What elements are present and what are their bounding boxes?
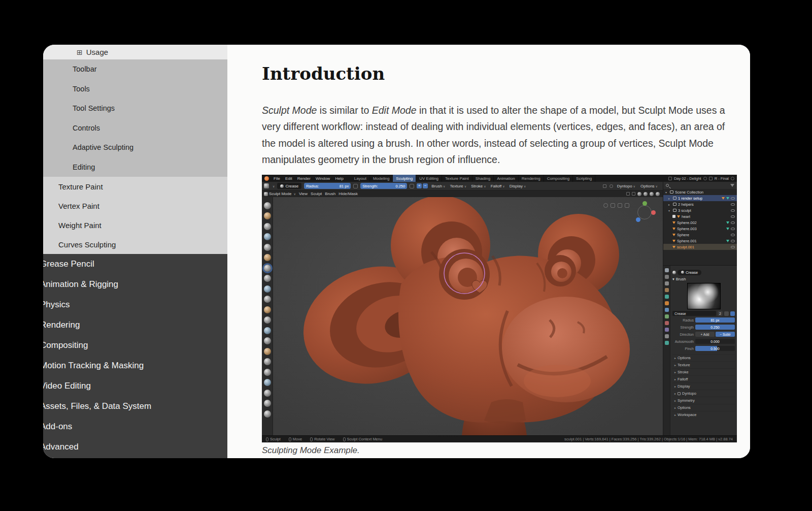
data-properties-icon: [665, 334, 669, 338]
sidebar-item-animation-rigging[interactable]: Animation & Rigging: [43, 274, 227, 295]
new-scene-icon: [703, 177, 707, 180]
rotate-brush-icon: [264, 390, 271, 397]
sidebar-item-curves-sculpting[interactable]: Curves Sculpting: [43, 235, 227, 254]
sidebar-item-toolbar[interactable]: Toolbar: [43, 59, 227, 79]
sidebar-item-video-editing[interactable]: Video Editing: [43, 376, 227, 396]
direction-add-button: + Add: [695, 332, 715, 337]
sidebar-item-rendering[interactable]: Rendering: [43, 315, 227, 335]
draw-brush-icon: [264, 202, 271, 209]
3d-viewport: [273, 197, 663, 435]
page-title: Introduction: [262, 63, 385, 84]
texture-dropdown: Texture∨: [449, 184, 468, 188]
tab-shading: Shading: [472, 175, 494, 182]
properties-content: Crease ▾ Brush Crease 2: [670, 266, 737, 435]
autosmooth-row: Autosmooth 0.000: [672, 338, 735, 345]
mesh-badge-icon: [722, 197, 725, 200]
expand-icon: ⊞: [77, 49, 83, 56]
outliner-panel: ▾ Scene Collection ▸ 1 render setup ▸ 2 …: [663, 182, 737, 265]
thumb-brush-icon: [264, 358, 271, 365]
tab-texture-paint: Texture Paint: [442, 175, 472, 182]
visibility-eye-icon: [731, 234, 735, 236]
elastic-deform-brush-icon: [264, 337, 271, 344]
sidebar-item-usage[interactable]: ⊞ Usage: [43, 45, 227, 59]
pinch-brush-icon: [264, 316, 271, 324]
stroke-dropdown: Stroke∨: [470, 184, 487, 188]
draw-sharp-brush-icon: [264, 212, 271, 219]
sidebar-section-paint-modes: Texture Paint Vertex Paint Weight Paint …: [43, 177, 227, 254]
clay-strips-brush-icon: [264, 233, 271, 240]
sidebar-item-assets-files[interactable]: Assets, Files, & Data System: [43, 396, 227, 417]
data-badge-icon: [726, 228, 729, 230]
sidebar-item-physics[interactable]: Physics: [43, 295, 227, 315]
sidebar-item-controls[interactable]: Controls: [43, 118, 227, 138]
brush-menu: Brush: [325, 191, 335, 196]
snake-hook-brush-icon: [264, 348, 271, 355]
brush-name-row: Crease 2: [672, 310, 735, 316]
view-layer-icon: [709, 177, 713, 180]
brush-name-field: Crease: [672, 311, 716, 316]
sidebar-item-addons[interactable]: Add-ons: [43, 417, 227, 437]
status-context-menu: Sculpt Context Menu: [343, 437, 383, 441]
radius-slider: Radius:81 px: [304, 183, 351, 189]
sculpt-mode-icon: [264, 192, 268, 196]
hide-mask-menu: Hide/Mask: [339, 191, 358, 196]
scene-icon: [668, 177, 672, 180]
render-properties-icon: [665, 275, 669, 279]
outliner-row-heart: heart: [663, 213, 737, 219]
sidebar-item-adaptive-sculpting[interactable]: Adaptive Sculpting: [43, 138, 227, 157]
move-view-icon: [611, 203, 615, 208]
sidebar-section-usage-children: Toolbar Tools Tool Settings Controls Ada…: [43, 59, 227, 177]
workspace-tabs: Layout Modeling Sculpting UV Editing Tex…: [351, 175, 595, 182]
sidebar-item-weight-paint[interactable]: Weight Paint: [43, 215, 227, 235]
visibility-eye-icon: [731, 246, 735, 248]
overlays-icon: [626, 192, 630, 196]
intro-paragraph: Sculpt Mode is similar to Edit Mode in t…: [262, 102, 735, 168]
section-options-2: ▸Options: [672, 404, 735, 411]
properties-tab-strip: [663, 266, 670, 435]
dyntopo-dropdown: Dyntopo∨: [616, 184, 636, 188]
sidebar-item-editing[interactable]: Editing: [43, 157, 227, 177]
layer-brush-icon: [264, 244, 271, 251]
scene-name: Day 02 - Delight: [674, 176, 701, 181]
display-dropdown: Display∨: [509, 184, 527, 188]
sidebar-item-motion-tracking[interactable]: Motion Tracking & Masking: [43, 356, 227, 376]
search-icon: [666, 184, 669, 187]
sidebar-item-tool-settings[interactable]: Tool Settings: [43, 99, 227, 118]
section-texture: ▸Texture: [672, 361, 735, 368]
mask-brush-icon: [264, 400, 271, 407]
sculpt-menu: Sculpt: [311, 191, 322, 196]
blender-topbar: File Edit Render Window Help Layout Mode…: [262, 175, 737, 182]
tab-sculpting: Sculpting: [393, 175, 416, 182]
data-badge-icon: [726, 221, 729, 224]
docs-main-content: Introduction Sculpt Mode is similar to E…: [227, 45, 750, 458]
sidebar-item-advanced[interactable]: Advanced: [43, 437, 227, 457]
tab-rendering: Rendering: [519, 175, 544, 182]
mode-selector: Sculpt Mode ∨: [264, 191, 296, 196]
sidebar-item-tools[interactable]: Tools: [43, 79, 227, 99]
material-shading-icon: [650, 192, 654, 196]
visibility-eye-icon: [731, 240, 735, 242]
section-workspace: ▸Workspace: [672, 411, 735, 418]
sidebar-item-compositing[interactable]: Compositing: [43, 335, 227, 356]
sidebar-item-grease-pencil[interactable]: Grease Pencil: [43, 254, 227, 274]
strength-slider: Strength:0.250: [360, 183, 407, 189]
menu-file: File: [271, 176, 283, 181]
viewport-header-right: [626, 192, 663, 196]
direction-row: Direction + Add − Subtr: [672, 331, 735, 338]
snap-icon: [603, 184, 606, 188]
sidebar-item-vertex-paint[interactable]: Vertex Paint: [43, 196, 227, 215]
wireframe-shading-icon: [637, 192, 641, 196]
view-menu: View: [299, 191, 308, 196]
strength-pressure-icon: [410, 184, 414, 188]
menu-render: Render: [295, 176, 313, 181]
tab-animation: Animation: [494, 175, 519, 182]
clay-brush-icon: [264, 223, 271, 230]
active-brush-pill: Crease: [678, 270, 701, 275]
sidebar-item-texture-paint[interactable]: Texture Paint: [43, 177, 227, 196]
add-direction-button: +: [417, 183, 422, 188]
fill-brush-icon: [264, 296, 271, 303]
status-move: Move: [289, 437, 302, 441]
collection-icon: [670, 190, 673, 194]
blender-screenshot-figure[interactable]: File Edit Render Window Help Layout Mode…: [262, 175, 737, 442]
proportional-edit-icon: [610, 184, 613, 188]
